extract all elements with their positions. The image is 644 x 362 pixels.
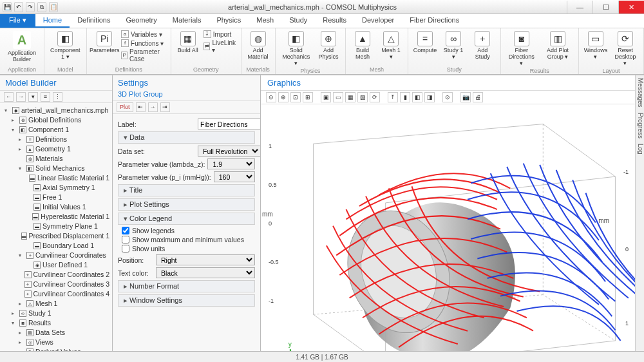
graphics-tool-icon[interactable]: ▧ [357,92,368,102]
ribbon-item[interactable]: aVariables ▾ [121,30,162,39]
last-icon[interactable]: ⇥ [160,102,170,112]
ribbon-button[interactable]: ◍Add Material [245,30,271,61]
tree-node[interactable]: ▾◧Component 1 [1,125,111,135]
ribbon-button[interactable]: AApplication Builder [4,30,40,64]
expand-icon[interactable]: ▾ [19,164,24,173]
ribbon-button[interactable]: ◧Component 1 ▾ [48,30,82,61]
graphics-tool-icon[interactable]: ⤒ [388,92,398,102]
expand-icon[interactable]: ▸ [12,115,17,125]
ribbon-tab-geometry[interactable]: Geometry [118,14,164,28]
ribbon-button[interactable]: ▦Build All [175,30,201,55]
ribbon-tab-home[interactable]: Home [35,14,70,28]
tree-node[interactable]: ▬Linear Elastic Material 1 [1,173,111,183]
ribbon-button[interactable]: △Mesh 1 ▾ [378,30,404,61]
show-maxmin-checkbox[interactable] [122,236,129,243]
ribbon-tab-materials[interactable]: Materials [165,14,209,28]
section-data[interactable]: Data [118,131,255,144]
show-legends-checkbox[interactable] [122,227,129,234]
qat-save-icon[interactable]: 💾 [3,2,12,12]
mb-tool-icon[interactable]: ≡ [41,92,50,102]
ribbon-item[interactable]: ↧Import [204,30,231,39]
tree-node[interactable]: ⌖Curvilinear Coordinates 2 [1,270,111,280]
qat-paste-icon[interactable]: 📋 [49,2,58,12]
section-number-format[interactable]: Number Format [118,280,255,292]
tree-node[interactable]: ▸△Mesh 1 [1,299,111,309]
ribbon-item[interactable]: PParameter Case [121,48,167,63]
graphics-tool-icon[interactable]: ⊡ [290,92,301,102]
tree-node[interactable]: ⌖Curvilinear Coordinates 3 [1,280,111,289]
section-window-settings[interactable]: Window Settings [118,294,255,307]
ribbon-button[interactable]: ◧Solid Mechanics ▾ [279,30,313,68]
expand-icon[interactable]: ▸ [19,299,24,309]
tree-node[interactable]: ◍Materials [1,154,111,164]
log-tab[interactable]: Log [636,144,644,155]
textcolor-select[interactable]: Black [156,267,255,278]
graphics-tool-icon[interactable]: ▭ [333,92,343,102]
tree-node[interactable]: ▬Free 1 [1,193,111,202]
param1-select[interactable]: 1.9 [207,158,255,169]
mb-tool-icon[interactable]: → [16,92,26,102]
ribbon-tab-fiber-directions[interactable]: Fiber Directions [402,14,467,28]
qat-redo-icon[interactable]: ↷ [26,2,35,12]
ribbon-item[interactable]: fFunctions ▾ [121,39,164,48]
progress-tab[interactable]: Progress [636,113,644,138]
first-icon[interactable]: ⇤ [136,102,146,112]
tree-node[interactable]: ▸⊕Global Definitions [1,115,111,125]
ribbon-tab-developer[interactable]: Developer [354,14,402,28]
ribbon-button[interactable]: PiParameters [91,30,118,55]
section-title[interactable]: Title [118,184,255,196]
graphics-tool-icon[interactable]: ◧ [412,92,422,102]
ribbon-button[interactable]: ∞Study 1 ▾ [440,30,466,61]
graphics-tool-icon[interactable]: ⊙ [266,92,276,102]
expand-icon[interactable]: ▸ [19,338,24,347]
mb-tool-icon[interactable]: ⋮ [53,92,62,102]
maximize-button[interactable]: ☐ [592,1,618,14]
graphics-canvas[interactable]: x y z 1 0.5 0 -0.5 -1 mm mm mm -1 0 1 -1… [261,104,635,351]
next-icon[interactable]: → [148,102,158,112]
expand-icon[interactable]: ▾ [12,318,17,328]
ribbon-button[interactable]: +Add Study [469,30,497,61]
qat-undo-icon[interactable]: ↶ [14,2,23,12]
tree-node[interactable]: ▬Symmetry Plane 1 [1,222,111,231]
file-menu[interactable]: File ▾ [0,14,35,28]
tree-node[interactable]: ⌖Curvilinear Coordinates 4 [1,289,111,299]
ribbon-button[interactable]: ⟳Reset Desktop ▾ [611,30,639,68]
ribbon-tab-results[interactable]: Results [315,14,354,28]
ribbon-button[interactable]: =Compute [412,30,438,55]
expand-icon[interactable]: ▾ [5,106,10,115]
ribbon-button[interactable]: ▥Add Plot Group ▾ [541,30,574,61]
plot-button[interactable]: Plot [117,102,133,112]
graphics-tool-icon[interactable]: ⊙ [442,92,453,102]
expand-icon[interactable]: ▾ [19,251,24,260]
tree-node[interactable]: ▬Axial Symmetry 1 [1,183,111,193]
minimize-button[interactable]: — [567,1,592,14]
param2-select[interactable]: 160 [214,171,255,182]
tree-node[interactable]: ◉User Defined 1 [1,260,111,270]
graphics-tool-icon[interactable]: ⊕ [278,92,289,102]
graphics-tool-icon[interactable]: 📷 [460,92,471,102]
expand-icon[interactable]: ▸ [12,309,17,318]
close-button[interactable]: ✕ [618,1,644,14]
mb-tool-icon[interactable]: ← [4,92,14,102]
tree-node[interactable]: ▾◧Solid Mechanics [1,164,111,173]
expand-icon[interactable]: ▸ [19,135,24,144]
section-color-legend[interactable]: Color Legend [118,213,255,225]
tree-node[interactable]: ▾◆arterial_wall_mechanics.mph [1,106,111,115]
tree-node[interactable]: ▾⌖Curvilinear Coordinates [1,251,111,260]
graphics-tool-icon[interactable]: ⟳ [370,92,380,102]
graphics-tool-icon[interactable]: ◨ [424,92,435,102]
tree-node[interactable]: ▬Hyperelastic Material 1 [1,212,111,222]
tree-node[interactable]: ▬Initial Values 1 [1,202,111,212]
messages-tab[interactable]: Messages [636,78,644,108]
tree-node[interactable]: ▾◙Results [1,318,111,328]
qat-copy-icon[interactable]: ⧉ [37,2,46,12]
position-select[interactable]: Right [156,254,255,265]
tree-node[interactable]: ▸∞Study 1 [1,309,111,318]
ribbon-tab-physics[interactable]: Physics [209,14,249,28]
dataset-select[interactable]: Full Revolution [198,146,261,157]
graphics-tool-icon[interactable]: ⊞ [303,92,313,102]
tree-node[interactable]: ▸≡Definitions [1,135,111,144]
ribbon-button[interactable]: ⊕Add Physics [316,30,341,61]
ribbon-tab-study[interactable]: Study [281,14,315,28]
model-tree[interactable]: ▾◆arterial_wall_mechanics.mph▸⊕Global De… [0,103,112,351]
